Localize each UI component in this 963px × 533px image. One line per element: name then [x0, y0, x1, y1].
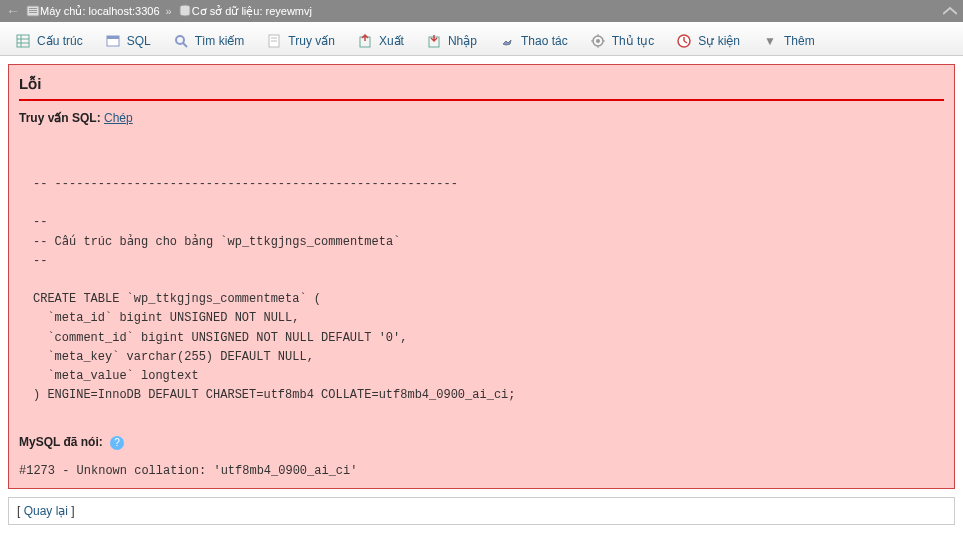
events-icon: [676, 33, 692, 49]
import-icon: [426, 33, 442, 49]
tab-label: Truy vấn: [288, 34, 335, 48]
tab-sql[interactable]: SQL: [94, 26, 162, 55]
tab-label: Nhập: [448, 34, 477, 48]
tab-query[interactable]: Truy vấn: [255, 26, 346, 55]
error-message: #1273 - Unknown collation: 'utf8mb4_0900…: [19, 464, 944, 478]
back-arrow-icon[interactable]: ←: [6, 3, 20, 19]
svg-point-19: [596, 39, 600, 43]
tab-structure[interactable]: Cấu trúc: [4, 26, 94, 55]
server-link[interactable]: Máy chủ: localhost:3306: [40, 5, 160, 18]
tab-label: Cấu trúc: [37, 34, 83, 48]
tab-export[interactable]: Xuất: [346, 26, 415, 55]
error-panel: Lỗi Truy vấn SQL: Chép -- --------------…: [8, 64, 955, 489]
server-prefix: Máy chủ:: [40, 5, 86, 17]
sql-icon: [105, 33, 121, 49]
sql-code-block: -- -------------------------------------…: [33, 175, 944, 405]
server-icon: [26, 4, 40, 18]
tab-label: SQL: [127, 34, 151, 48]
back-link[interactable]: Quay lại: [24, 504, 68, 518]
tab-label: Sự kiện: [698, 34, 740, 48]
svg-rect-1: [29, 8, 37, 9]
tab-label: Xuất: [379, 34, 404, 48]
db-value: reyewmvj: [266, 5, 312, 17]
tab-more[interactable]: ▼ Thêm: [751, 26, 826, 55]
svg-rect-5: [17, 35, 29, 47]
structure-icon: [15, 33, 31, 49]
help-icon[interactable]: ?: [110, 436, 124, 450]
collapse-icon[interactable]: [943, 6, 957, 16]
tab-search[interactable]: Tìm kiếm: [162, 26, 256, 55]
error-title: Lỗi: [19, 75, 944, 101]
svg-rect-3: [29, 12, 37, 13]
copy-link[interactable]: Chép: [104, 111, 133, 125]
breadcrumb: ← Máy chủ: localhost:3306 » Cơ sở dữ liệ…: [0, 0, 963, 22]
tab-label: Thủ tục: [612, 34, 655, 48]
more-icon: ▼: [762, 33, 778, 49]
tab-label: Tìm kiếm: [195, 34, 245, 48]
operations-icon: [499, 33, 515, 49]
svg-rect-10: [107, 36, 119, 39]
tab-bar: Cấu trúc SQL Tìm kiếm Truy vấn Xuất Nhập…: [0, 22, 963, 56]
tab-import[interactable]: Nhập: [415, 26, 488, 55]
search-icon: [173, 33, 189, 49]
routines-icon: [590, 33, 606, 49]
svg-point-11: [176, 36, 184, 44]
svg-rect-2: [29, 10, 37, 11]
mysql-said-label: MySQL đã nói:: [19, 435, 103, 449]
tab-operations[interactable]: Thao tác: [488, 26, 579, 55]
query-icon: [266, 33, 282, 49]
back-panel: [ Quay lại ]: [8, 497, 955, 525]
tab-events[interactable]: Sự kiện: [665, 26, 751, 55]
export-icon: [357, 33, 373, 49]
tab-label: Thao tác: [521, 34, 568, 48]
tab-label: Thêm: [784, 34, 815, 48]
db-prefix: Cơ sở dữ liệu:: [192, 5, 263, 17]
database-link[interactable]: Cơ sở dữ liệu: reyewmvj: [192, 5, 312, 18]
sql-query-label: Truy vấn SQL:: [19, 111, 101, 125]
tab-routines[interactable]: Thủ tục: [579, 26, 666, 55]
server-value: localhost:3306: [89, 5, 160, 17]
svg-line-12: [183, 43, 187, 47]
breadcrumb-separator: »: [166, 5, 172, 17]
database-icon: [178, 4, 192, 18]
